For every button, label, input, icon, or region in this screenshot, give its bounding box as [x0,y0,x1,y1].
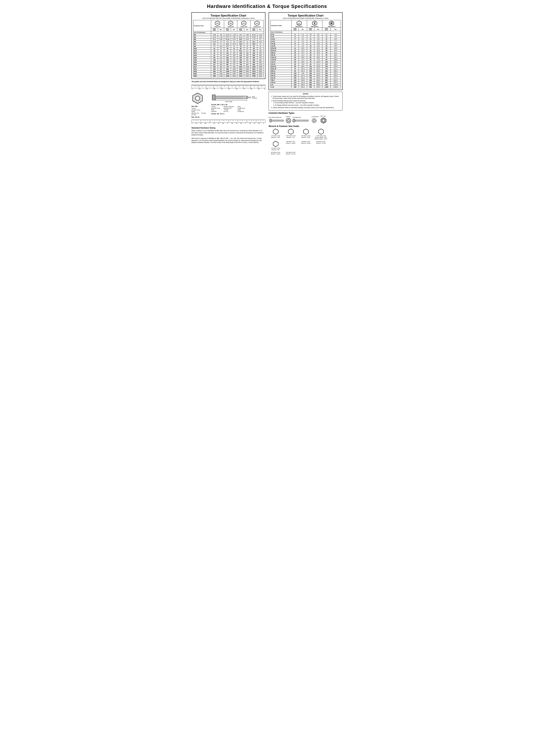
wrench-hex5-icon [273,141,279,147]
torque-cell: 8.10 [244,38,251,40]
class-109-header: 10.9 Class 10.9 [237,20,251,28]
torque-cell: 590 [218,68,224,70]
torque-cell: 435 [211,68,218,70]
wrench-size-7: Wrench—13mm [299,143,313,144]
svg-text:Marks: Marks [298,24,301,25]
sae-torque-cell: 544.0 [314,79,322,81]
sae-torque-cell: 580 [307,84,314,86]
right-column: Torque Specification Chart FOR STANDARD … [269,12,343,155]
sae-torque-cell: 440 [307,81,314,84]
sae-torque-cell: 14 [322,45,331,47]
torque-cell: 4.95 [257,36,264,38]
torque-cell: 43.44 [237,36,244,38]
torque-cell: 103 [251,50,257,52]
torque-cell: 3980 [257,73,264,75]
wrench-bolt-5: 1/2" Bolt or Nut [269,147,283,149]
svg-text:100: 100 [264,88,265,90]
sae-size-cell: 9/16-18 [271,68,292,70]
sae-torque-cell: 27 [291,38,299,40]
sae-torque-cell: 41 [322,33,331,36]
torque-cell: 24 [231,45,237,47]
svg-rect-124 [215,96,247,99]
sae-torque-cell: 210.8 [299,81,307,84]
sizing-para1: When a washer or nut is identified as 1/… [191,130,265,136]
torque-cell: 590 [211,70,218,73]
sae-torque-cell: 11 [291,47,299,49]
wrench-guide-section: Wrench & Fastener Size Guide 1/4" Bolt o… [269,125,343,155]
sae-torque-cell: 60 [322,38,331,40]
svg-rect-123 [212,95,215,100]
torque-cell: 708 [237,64,244,66]
torque-cell: 88 [218,54,224,57]
sae-torque-cell: 326.4 [299,86,307,88]
screw-labels: ThreadDiameter (mm)BodyDiameter Distance… [211,106,265,112]
sae-torque-cell: 88.4 [299,66,307,68]
sae-torque-cell: 8 [307,42,314,45]
sae-torque-cell: 353.6 [314,74,322,77]
wrench-size-5: Wrench—3/4" [269,149,283,150]
torque-cell: 5.88 [211,34,218,36]
screw-diagram: Body Diameter Body Length Screw, M8- 1.2… [211,92,265,115]
sae-size-cell: 1/2-13 [271,61,292,63]
right-torque-chart: Torque Specification Chart FOR STANDARD … [269,12,343,90]
svg-text:2: 2 [227,123,228,124]
class-109-icon: 10.9 [241,20,247,26]
hw-size-cell: M20 [193,59,211,61]
sae-torque-cell: 30 [307,33,314,36]
class-88-header: 8.8 Class 8.8 [224,20,237,28]
screw-label: Screw, M8- 1.25 x 25 [211,103,265,105]
sae-size-cell: 3/8-16 [271,52,292,54]
g5-nm: Nm. [314,28,322,31]
c109-inlbs: in/lbsft/lbs [237,28,244,31]
sae-size-header: Size Of Hardware [271,31,292,33]
sae-torque-cell: 25.8 [314,49,322,52]
torque-cell: 1030 [218,73,224,75]
sae-torque-cell: 136 [299,72,307,74]
sae-torque-cell: 20 [291,52,299,54]
sae-torque-cell: 80 [322,59,331,61]
c129-inlbs: in/lbsft/lbs [251,28,257,31]
sae-torque-cell: 34.0 [331,49,341,52]
property-class-header: Property Class [193,20,211,31]
svg-text:50: 50 [228,88,230,90]
sae-torque-cell: 66 [291,42,299,45]
wrench-bolt-8: M10 Bolt or Nut [314,141,328,143]
hw-size-cell: M22 [193,61,211,64]
sae-torque-cell: 10 [307,45,314,47]
svg-text:1/4: 1/4 [213,123,215,124]
sae-torque-cell: 299.2 [299,84,307,86]
sae-torque-cell: 110 [322,61,331,63]
hw-size-cell: M39 [193,75,211,77]
torque-cell: 44.64 [211,40,218,43]
torque-cell: 759 [211,73,218,75]
torque-cell: 3050 [231,75,237,77]
note-2: Recommended seating torque values for lo… [273,100,341,106]
torque-cell: 320 [211,66,218,68]
torque-cell: 126 [211,59,218,61]
svg-point-267 [286,118,291,123]
torque-cell: 26 [211,50,218,52]
sae-torque-cell: 43 [307,38,314,40]
torque-cell: 27 [257,43,264,45]
torque-cell: 9.9 [231,40,237,43]
torque-cell: 1.28 [218,36,224,38]
wrench-item-7: M8 Bolt or Nut Wrench—13mm [299,141,313,150]
sae-torque-cell: 408.0 [314,77,322,79]
hw-grade-header: Hardware Grade [271,20,292,31]
torque-cell: 1.80 [244,34,251,36]
hw-size-cell: M12 [193,50,211,52]
torque-cell: 2441 [237,73,244,75]
sae-torque-cell: 45 [322,52,331,54]
sae-torque-cell: 1,000 [322,86,331,88]
hex-nut-svg [320,118,327,123]
sae-torque-cell: 260 [307,74,314,77]
torque-cell: 285 [244,54,251,57]
common-hw-items: Hex Head Capscrew [269,115,343,123]
class-129-icon: 12.9 [254,20,260,26]
torque-cell: 2.50 [218,38,224,40]
sae-torque-cell: 55 [307,59,314,61]
sae-torque-cell: 55 [291,63,299,66]
torque-cell: 26.4 [211,38,218,40]
sae-torque-cell: 102.0 [314,61,322,63]
sae-torque-cell: 10.9 [314,42,322,45]
